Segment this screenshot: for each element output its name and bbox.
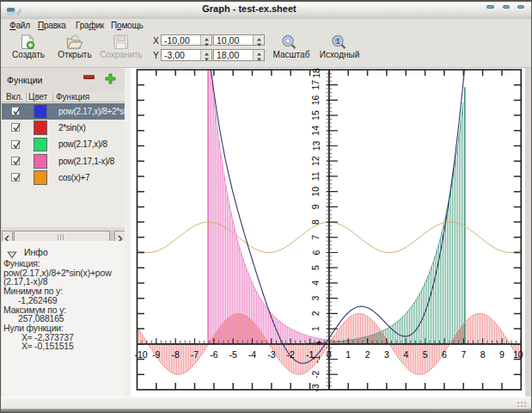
- svg-text:7: 7: [311, 235, 321, 240]
- svg-text:-10: -10: [134, 349, 147, 360]
- svg-text:9: 9: [311, 204, 321, 209]
- svg-text:8: 8: [480, 349, 486, 360]
- svg-text:-9: -9: [152, 349, 160, 360]
- svg-text:5: 5: [311, 265, 321, 270]
- svg-text:7: 7: [461, 349, 466, 360]
- svg-text:3: 3: [311, 296, 321, 301]
- svg-text:2: 2: [311, 311, 321, 316]
- svg-text:12: 12: [311, 156, 321, 166]
- svg-text:-2: -2: [287, 349, 295, 360]
- svg-text:2: 2: [365, 349, 370, 360]
- svg-text:4: 4: [403, 349, 408, 360]
- svg-text:-4: -4: [248, 349, 256, 360]
- svg-text:11: 11: [311, 171, 321, 181]
- svg-text:17: 17: [311, 80, 321, 90]
- svg-text:1: 1: [345, 349, 351, 360]
- svg-text:-3: -3: [267, 349, 275, 360]
- svg-text:-3: -3: [311, 384, 321, 391]
- svg-text:-8: -8: [172, 349, 180, 360]
- svg-text:4: 4: [311, 280, 321, 286]
- svg-text:9: 9: [499, 349, 504, 360]
- svg-text:5: 5: [423, 349, 428, 360]
- svg-text:18: 18: [311, 68, 321, 78]
- svg-text:15: 15: [311, 110, 321, 120]
- svg-text:3: 3: [384, 349, 389, 360]
- svg-text:1: 1: [311, 326, 321, 331]
- svg-text:10: 10: [311, 187, 321, 197]
- svg-text:13: 13: [311, 141, 321, 151]
- svg-text:10: 10: [513, 349, 523, 360]
- svg-text:-1: -1: [311, 355, 321, 363]
- svg-text:-6: -6: [210, 349, 217, 360]
- svg-text:6: 6: [442, 349, 447, 360]
- svg-text:8: 8: [311, 219, 321, 225]
- svg-text:1: 1: [336, 37, 340, 46]
- svg-text:-5: -5: [229, 349, 237, 360]
- svg-text:16: 16: [311, 95, 321, 105]
- svg-text:0: 0: [327, 349, 332, 360]
- svg-text:-2: -2: [311, 370, 321, 378]
- svg-text:6: 6: [311, 250, 321, 255]
- svg-text:14: 14: [311, 126, 321, 136]
- svg-text:-7: -7: [191, 349, 199, 360]
